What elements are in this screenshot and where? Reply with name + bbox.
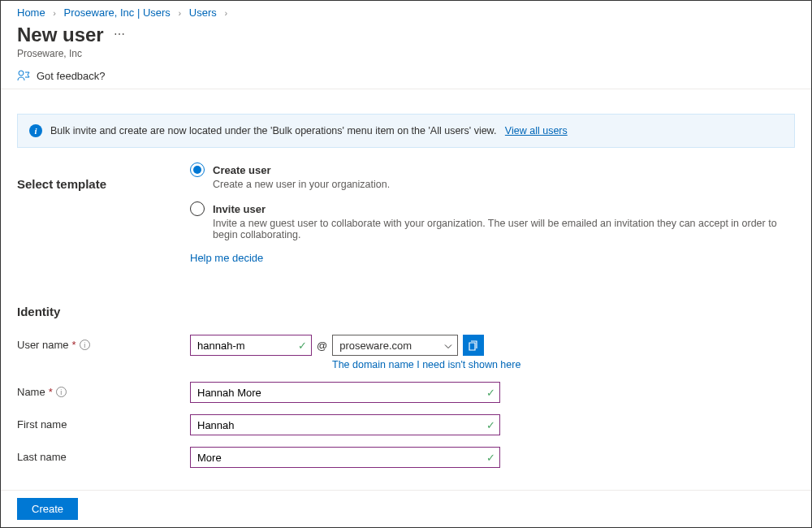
more-actions-icon[interactable]: ⋯ <box>114 28 126 41</box>
copy-button[interactable] <box>463 335 484 356</box>
lastname-input[interactable] <box>190 447 500 468</box>
page-header: New user ⋯ Proseware, Inc <box>1 22 811 64</box>
radio-create-user[interactable]: Create user Create a new user in your or… <box>190 162 795 190</box>
radio-icon <box>190 201 205 216</box>
info-banner: i Bulk invite and create are now located… <box>17 114 795 148</box>
chevron-right-icon: › <box>179 8 182 18</box>
info-icon: i <box>29 124 42 137</box>
firstname-label: First name <box>17 414 190 431</box>
breadcrumb-org-users[interactable]: Proseware, Inc | Users <box>64 6 171 19</box>
chevron-right-icon: › <box>53 8 56 18</box>
chevron-right-icon: › <box>224 8 227 18</box>
feedback-icon <box>17 69 30 82</box>
select-template-heading: Select template <box>17 148 190 191</box>
username-input[interactable] <box>190 335 312 356</box>
radio-label: Create user <box>213 164 271 176</box>
create-button[interactable]: Create <box>17 498 78 520</box>
chevron-down-icon <box>444 340 452 352</box>
domain-hint-link[interactable]: The domain name I need isn't shown here <box>332 359 520 370</box>
page-title: New user <box>17 24 104 46</box>
name-input[interactable] <box>190 382 500 403</box>
radio-icon <box>190 162 205 177</box>
username-label: User name* i <box>17 335 190 351</box>
firstname-input[interactable] <box>190 414 500 435</box>
view-all-users-link[interactable]: View all users <box>505 125 568 136</box>
breadcrumb-home[interactable]: Home <box>17 6 45 19</box>
identity-heading: Identity <box>17 305 795 318</box>
feedback-bar[interactable]: Got feedback? <box>1 64 811 89</box>
footer: Create <box>1 490 811 527</box>
radio-label: Invite user <box>213 203 266 215</box>
copy-icon <box>468 340 479 351</box>
lastname-label: Last name <box>17 447 190 463</box>
breadcrumb-users[interactable]: Users <box>189 6 217 19</box>
info-icon[interactable]: i <box>80 340 90 350</box>
domain-select[interactable]: proseware.com <box>332 335 458 356</box>
radio-description: Invite a new guest user to collaborate w… <box>213 218 795 240</box>
name-label: Name* i <box>17 382 190 398</box>
radio-description: Create a new user in your organization. <box>213 179 795 190</box>
help-me-decide-link[interactable]: Help me decide <box>190 252 263 264</box>
page-subtitle: Proseware, Inc <box>17 48 795 59</box>
banner-text: Bulk invite and create are now located u… <box>50 125 496 136</box>
feedback-label: Got feedback? <box>37 70 106 82</box>
breadcrumb: Home › Proseware, Inc | Users › Users › <box>1 1 811 22</box>
info-icon[interactable]: i <box>56 387 67 397</box>
at-symbol: @ <box>317 340 327 352</box>
radio-invite-user[interactable]: Invite user Invite a new guest user to c… <box>190 201 795 240</box>
